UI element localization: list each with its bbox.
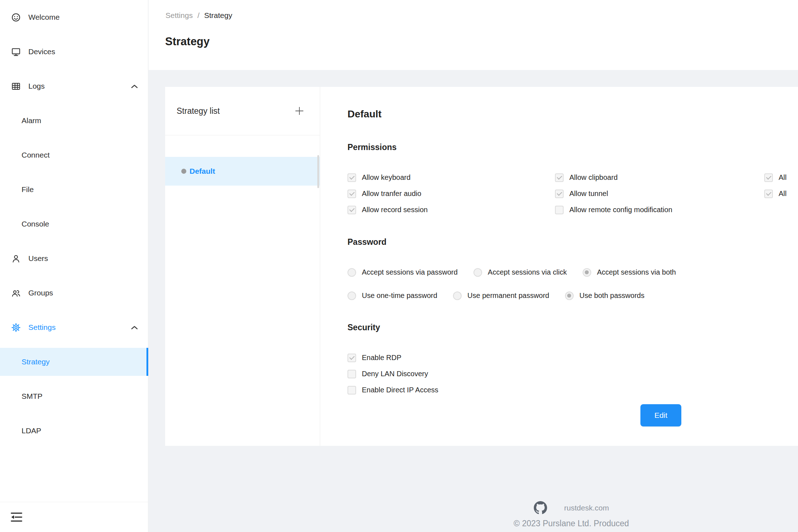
copyright-text: © 2023 Purslane Ltd. Produced	[345, 519, 798, 528]
password-heading: Password	[347, 235, 798, 248]
sidebar-item-file[interactable]: File	[0, 172, 148, 207]
strategy-card: Strategy list Default Default Permission…	[165, 87, 798, 446]
checkbox[interactable]	[347, 386, 356, 395]
radio-label: Use both passwords	[579, 291, 644, 300]
team-icon	[11, 288, 21, 298]
sidebar-item-alarm[interactable]: Alarm	[0, 103, 148, 138]
sidebar-item-label: Strategy	[22, 358, 50, 366]
sidebar-item-label: Logs	[28, 82, 45, 90]
permissions-grid: Allow keyboard Allow clipboard All Allow…	[347, 169, 798, 218]
checkbox-allow-record-session[interactable]: Allow record session	[347, 206, 555, 214]
checkbox[interactable]	[555, 206, 564, 214]
security-heading: Security	[347, 321, 798, 334]
security-checkboxes: Enable RDP Deny LAN Discovery Enable Dir…	[347, 350, 563, 398]
checkbox[interactable]	[764, 190, 773, 198]
checkbox[interactable]	[347, 206, 356, 214]
checkbox-label: Deny LAN Discovery	[362, 370, 428, 378]
sidebar-item-console[interactable]: Console	[0, 207, 148, 241]
radio-accept-via-both[interactable]: Accept sessions via both	[583, 268, 676, 277]
sidebar-item-label: Alarm	[22, 116, 41, 125]
checkbox[interactable]	[347, 190, 356, 198]
edit-button-row: Edit	[347, 404, 798, 426]
sidebar-item-welcome[interactable]: Welcome	[0, 0, 148, 34]
radio-one-time-password[interactable]: Use one-time password	[347, 291, 437, 300]
breadcrumb-separator: /	[197, 11, 200, 20]
smiley-icon	[11, 12, 21, 22]
checkbox-allow-tunnel[interactable]: Allow tunnel	[555, 190, 764, 198]
page-header: Settings / Strategy Strategy	[149, 0, 798, 70]
checkbox-label: Allow tunnel	[569, 190, 608, 198]
sidebar-item-smtp[interactable]: SMTP	[0, 379, 148, 414]
checkbox-allow-keyboard[interactable]: Allow keyboard	[347, 173, 555, 182]
sidebar-item-users[interactable]: Users	[0, 241, 148, 276]
sidebar-item-label: Console	[22, 220, 49, 228]
edit-button[interactable]: Edit	[640, 404, 681, 426]
table-icon	[11, 81, 21, 91]
strategy-list-panel: Strategy list Default	[165, 87, 320, 446]
strategy-list-item-default[interactable]: Default	[165, 157, 320, 186]
radio[interactable]	[453, 291, 462, 300]
page-footer: rustdesk.com © 2023 Purslane Ltd. Produc…	[345, 501, 798, 528]
radio-permanent-password[interactable]: Use permanent password	[453, 291, 549, 300]
chevron-up-icon[interactable]	[131, 84, 138, 88]
sidebar-item-label: Welcome	[28, 13, 60, 22]
rustdesk-link[interactable]: rustdesk.com	[564, 504, 609, 512]
checkbox-allow-clipboard[interactable]: Allow clipboard	[555, 173, 764, 182]
radio-label: Accept sessions via password	[362, 268, 458, 276]
sidebar-item-strategy[interactable]: Strategy	[0, 348, 148, 376]
checkbox-label: Allow keyboard	[362, 173, 411, 182]
checkbox-allow-transfer-audio[interactable]: Allow tranfer audio	[347, 190, 555, 198]
checkbox[interactable]	[347, 370, 356, 378]
checkbox[interactable]	[347, 173, 356, 182]
sidebar-item-connect[interactable]: Connect	[0, 138, 148, 172]
checkbox-label: Enable RDP	[362, 354, 401, 362]
radio[interactable]	[565, 291, 574, 300]
list-scrollbar[interactable]	[317, 155, 319, 188]
user-icon	[11, 253, 21, 263]
monitor-icon	[11, 47, 21, 57]
checkbox-label: Allow remote config modification	[569, 206, 672, 214]
plus-icon[interactable]	[295, 106, 304, 116]
github-icon[interactable]	[534, 501, 547, 514]
breadcrumb-settings[interactable]: Settings	[165, 11, 193, 20]
sidebar-item-label: Settings	[28, 323, 56, 332]
strategy-list-title: Strategy list	[177, 106, 295, 116]
checkbox[interactable]	[347, 354, 356, 362]
sidebar-item-groups[interactable]: Groups	[0, 276, 148, 310]
strategy-detail-panel: Default Permissions Allow keyboard Allow…	[320, 87, 798, 446]
checkbox-label: Allow record session	[362, 206, 428, 214]
radio-both-passwords[interactable]: Use both passwords	[565, 291, 644, 300]
sidebar-item-ldap[interactable]: LDAP	[0, 414, 148, 448]
checkbox-enable-direct-ip[interactable]: Enable Direct IP Access	[347, 386, 563, 395]
checkbox[interactable]	[555, 173, 564, 182]
checkbox-label: Allow tranfer audio	[362, 190, 421, 198]
radio[interactable]	[347, 291, 356, 300]
checkbox-allow-remote-config[interactable]: Allow remote config modification	[555, 206, 764, 214]
sidebar: Welcome Devices Logs Alarm Connect File …	[0, 0, 148, 532]
radio-accept-via-click[interactable]: Accept sessions via click	[473, 268, 567, 277]
chevron-up-icon[interactable]	[131, 326, 138, 330]
sidebar-item-devices[interactable]: Devices	[0, 34, 148, 69]
sidebar-item-label: Devices	[28, 47, 55, 56]
sidebar-item-settings[interactable]: Settings	[0, 310, 148, 345]
radio[interactable]	[473, 268, 482, 277]
menu-fold-icon[interactable]	[11, 512, 22, 522]
radio-accept-via-password[interactable]: Accept sessions via password	[347, 268, 458, 277]
strategy-list-header: Strategy list	[165, 87, 320, 135]
detail-title: Default	[347, 107, 798, 121]
checkbox-truncated-1[interactable]: All	[764, 173, 798, 182]
sidebar-item-label: File	[22, 185, 34, 194]
sidebar-item-logs[interactable]: Logs	[0, 69, 148, 103]
sidebar-item-label: Groups	[28, 289, 53, 297]
sidebar-item-label: SMTP	[22, 392, 42, 401]
checkbox-deny-lan-discovery[interactable]: Deny LAN Discovery	[347, 370, 563, 378]
breadcrumb: Settings / Strategy	[165, 11, 232, 20]
checkbox[interactable]	[764, 173, 773, 182]
checkbox-truncated-2[interactable]: All	[764, 190, 798, 198]
checkbox-enable-rdp[interactable]: Enable RDP	[347, 354, 563, 362]
permissions-heading: Permissions	[347, 141, 798, 154]
radio[interactable]	[583, 268, 591, 277]
gear-icon	[11, 322, 21, 332]
checkbox[interactable]	[555, 190, 564, 198]
radio[interactable]	[347, 268, 356, 277]
